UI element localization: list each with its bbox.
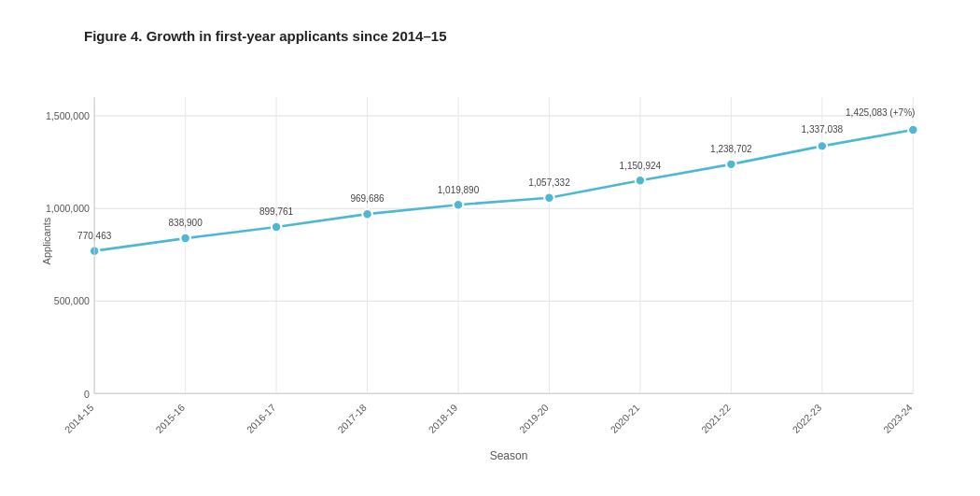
svg-point-32 (272, 222, 282, 233)
svg-text:2018-19: 2018-19 (427, 402, 460, 435)
svg-point-46 (908, 125, 918, 135)
svg-point-30 (180, 234, 190, 244)
svg-text:899,761: 899,761 (259, 206, 294, 217)
chart-area: Applicants 0500,0001,000,0001,500,000201… (75, 58, 943, 423)
svg-text:2019-20: 2019-20 (517, 402, 551, 435)
svg-text:969,686: 969,686 (350, 193, 385, 204)
svg-text:2016-17: 2016-17 (245, 402, 278, 435)
svg-point-44 (818, 141, 828, 151)
svg-text:1,425,083 (+7%): 1,425,083 (+7%) (846, 107, 915, 118)
svg-text:1,019,890: 1,019,890 (438, 185, 480, 195)
svg-text:2015-16: 2015-16 (153, 402, 187, 435)
svg-text:2023-24: 2023-24 (881, 402, 915, 435)
svg-text:2014-15: 2014-15 (63, 402, 96, 435)
svg-point-34 (362, 209, 372, 220)
svg-text:1,337,038: 1,337,038 (802, 124, 844, 135)
svg-text:1,057,332: 1,057,332 (528, 177, 570, 188)
chart-container: Figure 4. Growth in first-year applicant… (0, 0, 980, 496)
x-axis-label: Season (490, 449, 528, 462)
svg-point-40 (636, 176, 646, 186)
svg-text:500,000: 500,000 (54, 295, 90, 306)
svg-text:1,000,000: 1,000,000 (46, 203, 90, 214)
chart-title: Figure 4. Growth in first-year applicant… (84, 28, 943, 44)
svg-text:0: 0 (84, 389, 90, 400)
svg-text:2022-23: 2022-23 (790, 402, 823, 435)
svg-point-36 (454, 200, 464, 210)
svg-point-38 (544, 193, 554, 204)
svg-text:1,500,000: 1,500,000 (46, 110, 90, 121)
svg-text:838,900: 838,900 (169, 218, 203, 228)
svg-point-42 (726, 160, 736, 170)
y-axis-label: Applicants (41, 217, 52, 264)
svg-text:1,150,924: 1,150,924 (620, 161, 662, 171)
svg-text:2017-18: 2017-18 (335, 402, 369, 435)
svg-text:2021-22: 2021-22 (699, 402, 733, 435)
svg-text:1,238,702: 1,238,702 (710, 144, 752, 154)
svg-text:2020-21: 2020-21 (608, 402, 641, 435)
chart-svg: 0500,0001,000,0001,500,0002014-152015-16… (75, 58, 943, 423)
